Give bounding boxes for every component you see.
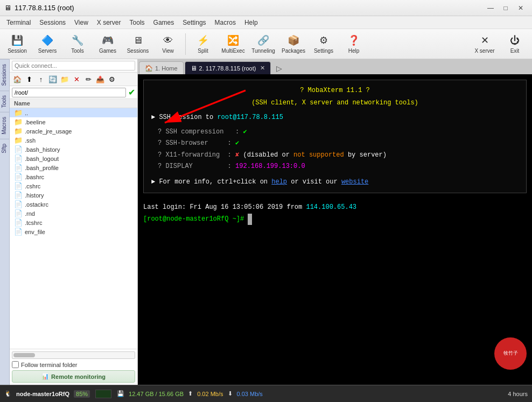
file-icon: 📄	[14, 209, 23, 217]
file-item[interactable]: 📁.oracle_jre_usage	[10, 126, 137, 136]
info-footer: ► For more info, ctrl+click on	[151, 178, 271, 186]
path-ok-icon[interactable]: ✔	[128, 87, 135, 97]
toolbar-btn-multiexec[interactable]: 🔀MultiExec	[219, 31, 247, 57]
menu-item-tools[interactable]: Tools	[125, 18, 149, 27]
file-item[interactable]: 📁..	[10, 108, 137, 117]
menu-item-x server[interactable]: X server	[93, 18, 125, 27]
toolbar-btn-view[interactable]: 👁View	[154, 31, 182, 57]
new-tab-button[interactable]: ▷	[273, 62, 285, 74]
toolbar-btn-exit[interactable]: ⏻Exit	[501, 31, 529, 57]
help-icon: ❓	[347, 34, 360, 47]
maximize-button[interactable]: □	[499, 3, 513, 13]
file-item[interactable]: 📁.ssh	[10, 136, 137, 145]
menu-item-help[interactable]: Help	[240, 18, 262, 27]
info-title: ? MobaXterm 11.1 ?	[300, 87, 370, 94]
file-tb-home[interactable]: 🏠	[12, 74, 23, 84]
sidebar-label-macros[interactable]: Macros	[0, 112, 9, 139]
close-button[interactable]: ✕	[514, 3, 528, 13]
file-item[interactable]: 📁.beeline	[10, 117, 137, 126]
file-item[interactable]: 📄.bashrc	[10, 172, 137, 181]
check-compression: ? SSH compression : ✔	[158, 126, 519, 138]
scrollbar-area[interactable]	[12, 351, 135, 359]
file-icon: 📄	[14, 200, 23, 208]
file-tb-rename[interactable]: ✏	[83, 74, 94, 84]
menu-item-games[interactable]: Games	[149, 18, 179, 27]
check-browser: ? SSH-browser : ✔	[158, 138, 519, 150]
settings-icon: ⚙	[317, 34, 330, 47]
file-tb-settings[interactable]: ⚙	[107, 74, 117, 84]
status-time: 4 hours	[508, 391, 528, 397]
file-tb-newfolder[interactable]: 📁	[59, 74, 70, 84]
toolbar-btn-sessions[interactable]: 🖥Sessions	[124, 31, 152, 57]
quick-connect-input[interactable]	[12, 61, 135, 70]
file-tb-up[interactable]: ⬆	[24, 74, 34, 84]
menu-item-terminal[interactable]: Terminal	[2, 18, 35, 27]
toolbar-btn-packages[interactable]: 📦Packages	[279, 31, 307, 57]
file-item[interactable]: 📄.history	[10, 191, 137, 200]
path-input[interactable]	[12, 88, 126, 97]
toolbar-btn-servers[interactable]: 🔷Servers	[33, 31, 61, 57]
prompt-line: [root@node-master1oRfQ ~]#	[143, 214, 527, 225]
sidebar-label-tools[interactable]: Tools	[0, 90, 9, 112]
toolbar-btn-session[interactable]: 💾Session	[3, 31, 31, 57]
file-name: .cshrc	[25, 183, 40, 189]
file-item[interactable]: 📄.cshrc	[10, 181, 137, 191]
file-name: .bashrc	[25, 174, 44, 180]
follow-folder-label: Follow terminal folder	[21, 362, 78, 368]
menu-item-settings[interactable]: Settings	[178, 18, 210, 27]
games-icon: 🎮	[101, 34, 114, 47]
sidebar-label-sftp[interactable]: Sftp	[0, 139, 9, 158]
file-tb-transfer[interactable]: 📤	[95, 74, 106, 84]
menu-item-view[interactable]: View	[70, 18, 93, 27]
file-item[interactable]: 📄.bash_history	[10, 145, 137, 154]
status-cpu-percent: 85%	[74, 390, 90, 398]
toolbar-btn-settings[interactable]: ⚙Settings	[310, 31, 338, 57]
toolbar-btn-split[interactable]: ⚡Split	[189, 31, 217, 57]
file-tb-refresh[interactable]: 🔄	[47, 74, 58, 84]
status-disk-icon: 💾	[117, 390, 124, 397]
toolbar: 💾Session🔷Servers🔧Tools🎮Games🖥Sessions👁Vi…	[0, 29, 532, 59]
packages-icon: 📦	[287, 34, 300, 47]
file-name: .history	[25, 192, 44, 199]
toolbar-btn-tools[interactable]: 🔧Tools	[64, 31, 92, 57]
toolbar-btn-x-server[interactable]: ✕X server	[471, 31, 499, 57]
file-icon: 📄	[14, 154, 23, 163]
terminal[interactable]: ? MobaXterm 11.1 ? (SSH client, X server…	[138, 74, 532, 385]
side-labels: SessionsToolsMacrosSftp	[0, 59, 10, 385]
file-icon: 📄	[14, 164, 23, 172]
file-name: .bash_logout	[25, 156, 59, 162]
remote-monitoring-button[interactable]: 📊 Remote monitoring	[12, 370, 135, 383]
tools-icon: 🔧	[71, 34, 84, 47]
file-item[interactable]: 📄env_file	[10, 227, 137, 236]
right-area: 🏠1. Home🖥2. 117.78.8.115 (root)✕▷ ? Moba…	[138, 59, 532, 385]
toolbar-btn-help[interactable]: ❓Help	[340, 31, 368, 57]
file-item[interactable]: 📄.tcshrc	[10, 218, 137, 227]
file-item[interactable]: 📄.bash_profile	[10, 163, 137, 172]
menu-item-macros[interactable]: Macros	[211, 18, 240, 27]
file-item[interactable]: 📄.ostackrc	[10, 200, 137, 209]
window-title: 117.78.8.115 (root)	[15, 4, 74, 12]
tab-2.-117.78.8.115-(root)[interactable]: 🖥2. 117.78.8.115 (root)✕	[185, 61, 271, 74]
left-panel: 🏠 ⬆ ↑ 🔄 📁 ✕ ✏ 📤 ⚙ ✔ Name 📁..📁.beeline📁.o…	[10, 59, 138, 385]
file-icon: 📄	[14, 228, 23, 236]
info-box: ? MobaXterm 11.1 ? (SSH client, X server…	[143, 80, 527, 193]
servers-icon: 🔷	[41, 34, 54, 47]
menu-item-sessions[interactable]: Sessions	[35, 18, 70, 27]
x-server-icon: ✕	[478, 34, 491, 47]
menu-bar: TerminalSessionsViewX serverToolsGamesSe…	[0, 16, 532, 29]
tab-label: 1. Home	[155, 65, 178, 72]
file-tb-delete[interactable]: ✕	[71, 74, 82, 84]
minimize-button[interactable]: —	[484, 3, 498, 13]
tab-1.-home[interactable]: 🏠1. Home	[139, 61, 184, 74]
sidebar-label-sessions[interactable]: Sessions	[0, 59, 9, 90]
file-item[interactable]: 📄.rnd	[10, 209, 137, 218]
toolbar-btn-games[interactable]: 🎮Games	[94, 31, 122, 57]
file-item[interactable]: 📄.bash_logout	[10, 154, 137, 163]
status-download: 0.03 Mb/s	[237, 391, 263, 397]
file-tb-parent[interactable]: ↑	[36, 74, 46, 84]
file-name: .tcshrc	[25, 220, 42, 226]
tab-close-button[interactable]: ✕	[260, 65, 265, 72]
toolbar-btn-tunneling[interactable]: 🔗Tunneling	[249, 31, 277, 57]
file-icon: 📄	[14, 145, 23, 153]
follow-folder-checkbox[interactable]	[12, 361, 19, 368]
